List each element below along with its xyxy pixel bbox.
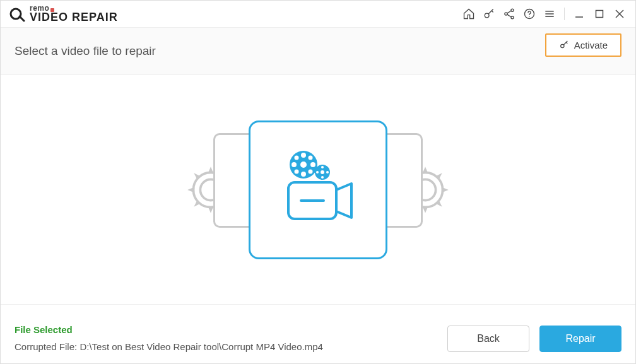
svg-point-34	[326, 171, 329, 173]
footer: File Selected Corrupted File: D:\Test on…	[1, 304, 635, 363]
share-icon[interactable]	[500, 4, 519, 23]
video-card	[249, 120, 387, 259]
file-info: File Selected Corrupted File: D:\Test on…	[15, 324, 323, 352]
home-icon[interactable]	[459, 4, 478, 23]
logo-brand-main: VIDEO REPAIR	[30, 12, 118, 23]
side-panel-left	[213, 133, 251, 228]
footer-buttons: Back Repair	[447, 326, 621, 352]
repair-button[interactable]: Repair	[539, 326, 621, 352]
activate-button[interactable]: Activate	[545, 33, 621, 57]
key-icon[interactable]	[480, 4, 498, 23]
svg-point-26	[309, 155, 313, 160]
back-button[interactable]: Back	[447, 326, 529, 352]
video-file-illustration	[211, 120, 425, 259]
svg-point-20	[300, 161, 307, 168]
svg-point-14	[560, 44, 563, 47]
svg-point-6	[529, 16, 529, 17]
side-panel-right	[385, 133, 423, 228]
page-title: Select a video file to repair	[15, 44, 156, 58]
app-logo: remo VIDEO REPAIR	[9, 5, 118, 23]
svg-point-21	[301, 153, 306, 158]
svg-point-33	[316, 171, 319, 173]
titlebar-separator	[564, 8, 565, 20]
key-icon	[559, 40, 569, 50]
svg-point-24	[310, 162, 315, 167]
subheader: Select a video file to repair Activate	[1, 27, 635, 75]
svg-point-22	[301, 172, 306, 177]
svg-point-25	[295, 155, 299, 160]
close-icon[interactable]	[610, 4, 629, 23]
activate-label: Activate	[574, 40, 608, 50]
titlebar: remo VIDEO REPAIR	[1, 1, 635, 27]
file-path-label: Corrupted File: D:\Test on Best Video Re…	[15, 341, 323, 352]
svg-point-27	[295, 169, 299, 173]
maximize-icon[interactable]	[590, 4, 609, 23]
logo-mark-icon	[9, 5, 27, 23]
video-camera-icon	[271, 146, 365, 234]
svg-rect-11	[596, 11, 603, 18]
help-icon[interactable]	[520, 4, 539, 23]
status-label: File Selected	[15, 324, 323, 335]
svg-point-23	[292, 162, 297, 167]
titlebar-icon-row	[459, 4, 629, 23]
svg-point-28	[309, 169, 313, 173]
svg-point-32	[321, 176, 324, 179]
svg-point-30	[321, 170, 324, 174]
minimize-icon[interactable]	[570, 4, 589, 23]
svg-point-1	[485, 13, 489, 18]
svg-point-31	[321, 166, 324, 168]
main-area	[1, 75, 635, 304]
menu-icon[interactable]	[540, 4, 559, 23]
